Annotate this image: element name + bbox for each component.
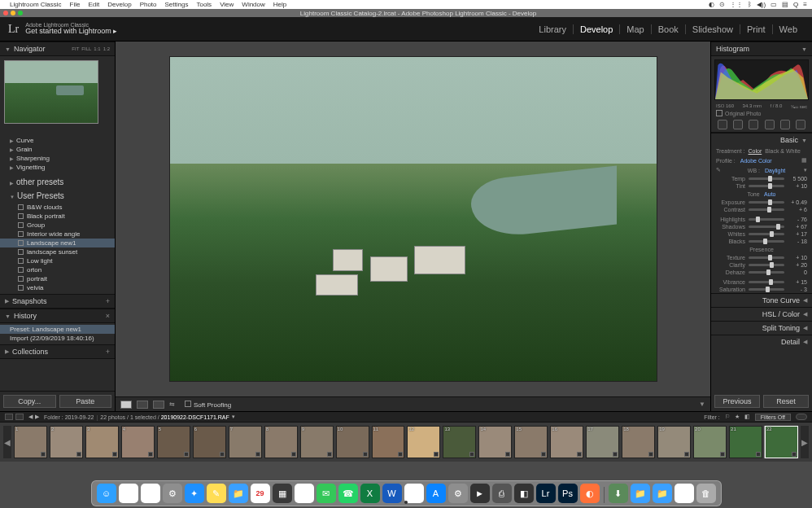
film-thumb[interactable]: 20 [693,426,727,458]
dock-folder2-icon[interactable]: 📁 [653,484,672,503]
preset-item[interactable]: portrait [0,274,115,283]
dock-itunes-icon[interactable]: ♫ [404,484,424,503]
dropdown-icon[interactable]: ▾ [232,414,235,420]
dock-whatsapp-icon[interactable]: ☎ [338,484,358,503]
status-icon[interactable]: ⊙ [719,1,725,8]
dock-video-icon[interactable]: ► [470,484,490,503]
nav-fwd-icon[interactable]: ▶ [35,414,39,420]
user-presets-header[interactable]: ▼User Presets [0,190,115,201]
copy-button[interactable]: Copy... [3,395,56,408]
slider-tint[interactable]: Tint+ 10 [711,182,812,190]
radial-filter-icon[interactable] [780,120,790,129]
history-header[interactable]: ▼ History × [0,309,115,323]
film-thumb[interactable]: 4 [121,426,155,458]
dock-word-icon[interactable]: W [382,484,402,503]
dock-doc-icon[interactable]: ≡ [674,484,694,503]
preset-item[interactable]: Landscape new1 [0,239,115,247]
treatment-color[interactable]: Color [749,148,762,154]
redeye-tool-icon[interactable] [749,120,758,129]
dock-photos-icon[interactable]: ✿ [119,484,138,503]
dock-lightroom-icon[interactable]: Lr [536,484,556,503]
dock-settings-icon[interactable]: ⚙ [163,484,182,503]
slider-whites[interactable]: Whites+ 17 [711,230,812,238]
slider-texture[interactable]: Texture+ 10 [711,254,812,261]
slider-temp[interactable]: Temp5 500 [711,175,812,182]
preset-item[interactable]: Interior wide angle [0,230,115,239]
slider-highlights[interactable]: Highlights- 76 [711,216,812,223]
brush-tool-icon[interactable] [796,120,805,129]
preset-item[interactable]: orton [0,265,115,274]
swap-icon[interactable]: ⇆ [169,401,175,408]
module-map[interactable]: Map [619,24,650,34]
wb-dropdown-icon[interactable]: ▾ [804,167,807,173]
basic-header[interactable]: Basic▼ [711,133,812,147]
dock-notes-icon[interactable]: ✎ [207,484,226,503]
film-thumb[interactable]: 2 [50,426,83,458]
profile-grid-icon[interactable]: ▦ [801,157,807,164]
module-print[interactable]: Print [740,24,772,34]
wifi-icon[interactable]: ⋮⋮ [730,1,743,8]
window-menu[interactable]: Window [242,1,264,8]
module-book[interactable]: Book [651,24,685,34]
snapshots-header[interactable]: ▶ Snapshots + [0,294,115,309]
preset-group[interactable]: ▶Grain [0,145,115,154]
film-thumb[interactable]: 3 [85,426,119,458]
crop-tool-icon[interactable] [718,120,727,129]
nav-mode[interactable]: 1:1 [94,46,100,51]
preset-item[interactable]: B&W clouds [0,203,115,212]
preset-item[interactable]: Low light [0,256,115,265]
preset-item[interactable]: Black portrait [0,212,115,221]
edit-menu[interactable]: Edit [88,1,99,8]
grad-filter-icon[interactable] [765,120,775,129]
collections-header[interactable]: ▶ Collections + [0,344,115,359]
filmstrip-nav-left[interactable]: ◀ [3,426,11,458]
spot-tool-icon[interactable] [733,120,743,129]
nav-mode[interactable]: FILL [81,46,91,51]
module-slideshow[interactable]: Slideshow [685,24,740,34]
slider-exposure[interactable]: Exposure+ 0.49 [711,199,812,206]
module-develop[interactable]: Develop [573,24,619,34]
loupe-view-icon[interactable] [120,401,132,409]
view-menu[interactable]: View [220,1,234,8]
dock-calendar-icon[interactable]: 29 [251,484,270,503]
preset-group[interactable]: ▶Vignetting [0,163,115,172]
add-snapshot-icon[interactable]: + [106,297,110,305]
profile-row[interactable]: Profile : Adobe Color ▦ [711,155,812,165]
flag-filter-icon[interactable]: ⚐ [725,414,730,420]
histogram-display[interactable] [714,59,809,100]
reset-button[interactable]: Reset [763,395,809,408]
dock-scan-icon[interactable]: ⎙ [492,484,512,503]
dock-preview-icon[interactable]: ▦ [273,484,292,503]
film-thumb[interactable]: 6 [193,426,226,458]
toolbar-menu-icon[interactable]: ▼ [699,401,705,408]
film-thumb[interactable]: 7 [229,426,262,458]
panel-tone-curve[interactable]: Tone Curve◀ [711,293,812,307]
nav-mode[interactable]: FIT [72,46,79,51]
wb-value[interactable]: Daylight [765,168,799,173]
zoom-icon[interactable] [18,11,23,15]
dock-safari-icon[interactable]: ✦ [185,484,204,503]
previous-button[interactable]: Previous [714,395,760,408]
film-thumb[interactable]: 10 [336,426,369,458]
filters-off-button[interactable]: Filters Off [755,414,791,421]
dock-sysprefs-icon[interactable]: ⚙ [448,484,468,503]
auto-tone[interactable]: Auto [764,191,775,197]
slider-contrast[interactable]: Contrast+ 6 [711,206,812,213]
preset-item[interactable]: Group [0,221,115,230]
photo-menu[interactable]: Photo [140,1,157,8]
other-presets-group[interactable]: ▶other presets [0,177,115,187]
bluetooth-icon[interactable]: ᛒ [748,1,752,8]
slider-dehaze[interactable]: Dehaze0 [711,269,812,276]
film-thumb[interactable]: 16 [550,426,583,458]
film-thumb[interactable]: 8 [264,426,298,458]
navigator-thumbnail[interactable] [4,60,98,124]
preset-item[interactable]: landscape sunset [0,247,115,256]
film-thumb[interactable]: 18 [622,426,655,458]
module-web[interactable]: Web [772,24,804,34]
history-item[interactable]: Preset: Landscape new1 [0,325,115,334]
siri-icon[interactable]: ≡ [803,1,807,8]
history-item[interactable]: Import (22/09/2019 18:40:16) [0,334,115,343]
film-thumb[interactable]: 17 [586,426,619,458]
settings-menu[interactable]: Settings [165,1,189,8]
dock-excel-icon[interactable]: X [360,484,380,503]
